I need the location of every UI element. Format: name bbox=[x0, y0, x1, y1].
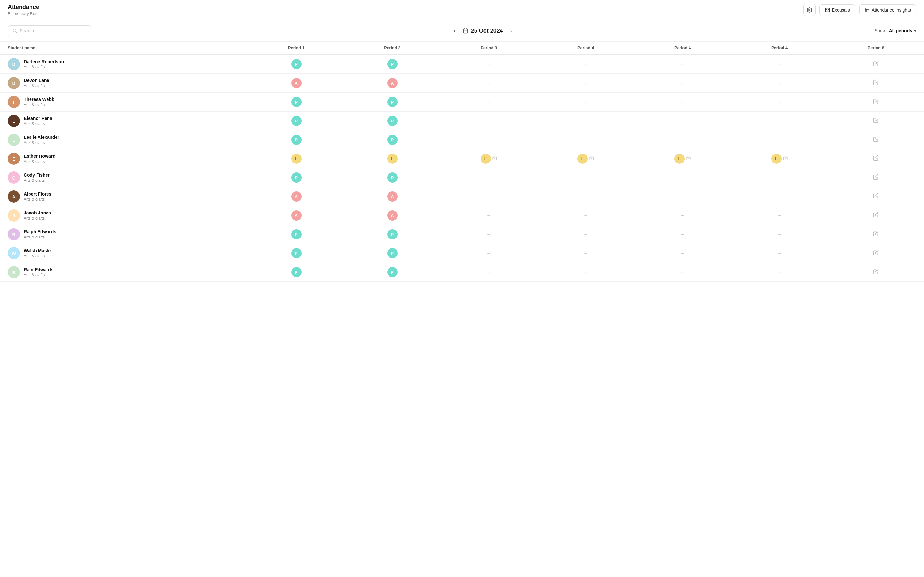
mail-icon bbox=[589, 156, 594, 161]
empty-period: – bbox=[584, 213, 587, 218]
empty-period: – bbox=[681, 250, 684, 256]
table-row: AAlbert FloresArts & craftsAA–––– bbox=[0, 187, 924, 206]
period-cell-5: – bbox=[634, 263, 731, 282]
svg-point-0 bbox=[809, 9, 811, 11]
period-cell-4: – bbox=[537, 74, 634, 93]
row-action-button[interactable] bbox=[872, 135, 880, 145]
empty-period: – bbox=[681, 231, 684, 237]
student-class: Arts & crafts bbox=[24, 216, 51, 221]
empty-period: – bbox=[487, 175, 490, 180]
svg-rect-6 bbox=[463, 29, 468, 33]
row-action-button[interactable] bbox=[872, 154, 880, 163]
student-name: Walsh Maste bbox=[24, 248, 51, 253]
row-action-button[interactable] bbox=[872, 229, 880, 239]
period-cell-3: – bbox=[441, 263, 537, 282]
period-cell-2: P bbox=[344, 263, 440, 282]
row-action-button[interactable] bbox=[872, 211, 880, 220]
action-cell[interactable] bbox=[828, 93, 924, 111]
row-action-button[interactable] bbox=[872, 268, 880, 277]
empty-period: – bbox=[487, 213, 490, 218]
student-cell: JJacob JonesArts & crafts bbox=[0, 206, 248, 225]
period-cell-6: – bbox=[731, 168, 828, 187]
avatar: D bbox=[8, 77, 20, 89]
action-cell[interactable] bbox=[828, 111, 924, 131]
action-cell[interactable] bbox=[828, 149, 924, 168]
period-cell-2: P bbox=[344, 168, 440, 187]
attendance-insights-button[interactable]: Attendance insights bbox=[859, 5, 916, 15]
action-cell[interactable] bbox=[828, 187, 924, 206]
excusals-button[interactable]: Excusals bbox=[819, 5, 855, 15]
avatar: J bbox=[8, 210, 20, 221]
search-input[interactable] bbox=[19, 28, 86, 33]
period-cell-2: P bbox=[344, 225, 440, 244]
student-class: Arts & crafts bbox=[24, 197, 51, 201]
empty-period: – bbox=[778, 137, 781, 142]
empty-period: – bbox=[584, 193, 587, 199]
row-action-button[interactable] bbox=[872, 97, 880, 107]
empty-period: – bbox=[778, 118, 781, 123]
col-student-name: Student name bbox=[0, 42, 248, 55]
row-action-button[interactable] bbox=[872, 59, 880, 69]
action-cell[interactable] bbox=[828, 55, 924, 74]
period-cell-4: – bbox=[537, 206, 634, 225]
student-cell: WWalsh MasteArts & crafts bbox=[0, 244, 248, 263]
period-cell-1: P bbox=[248, 131, 344, 149]
row-action-button[interactable] bbox=[872, 248, 880, 258]
period-cell-3: – bbox=[441, 74, 537, 93]
empty-period: – bbox=[778, 250, 781, 256]
empty-period: – bbox=[487, 250, 490, 256]
student-info: DDarlene RobertsonArts & crafts bbox=[8, 58, 243, 70]
student-class: Arts & crafts bbox=[24, 159, 55, 164]
period-cell-5: – bbox=[634, 111, 731, 131]
empty-period: – bbox=[584, 80, 587, 85]
action-cell[interactable] bbox=[828, 206, 924, 225]
current-date: 25 Oct 2024 bbox=[471, 27, 503, 34]
action-cell[interactable] bbox=[828, 74, 924, 93]
settings-button[interactable] bbox=[803, 4, 816, 16]
student-cell: EEsther HowardArts & crafts bbox=[0, 149, 248, 168]
empty-period: – bbox=[487, 231, 490, 237]
period-cell-2: A bbox=[344, 74, 440, 93]
mail-icon bbox=[686, 156, 691, 161]
student-name: Eleanor Pena bbox=[24, 116, 52, 121]
status-badge-a: A bbox=[387, 191, 397, 201]
action-cell[interactable] bbox=[828, 263, 924, 282]
period-cell-4: – bbox=[537, 168, 634, 187]
status-badge-a: A bbox=[291, 210, 302, 221]
empty-period: – bbox=[584, 175, 587, 180]
empty-period: – bbox=[681, 99, 684, 105]
row-action-button[interactable] bbox=[872, 78, 880, 88]
status-badge-l: L bbox=[387, 153, 397, 164]
action-cell[interactable] bbox=[828, 131, 924, 149]
status-badge-a: A bbox=[291, 78, 302, 88]
empty-period: – bbox=[681, 118, 684, 123]
period-filter[interactable]: Show: All periods ▾ bbox=[875, 28, 916, 33]
search-icon bbox=[13, 28, 17, 33]
empty-period: – bbox=[584, 118, 587, 123]
empty-period: – bbox=[487, 61, 490, 67]
period-cell-4: – bbox=[537, 131, 634, 149]
action-cell[interactable] bbox=[828, 225, 924, 244]
col-period-4c: Period 4 bbox=[731, 42, 828, 55]
period-cell-5: – bbox=[634, 225, 731, 244]
attendance-table: Student name Period 1 Period 2 Period 3 … bbox=[0, 42, 924, 282]
empty-period: – bbox=[778, 213, 781, 218]
student-info: RRain EdwardsArts & crafts bbox=[8, 266, 243, 278]
row-action-button[interactable] bbox=[872, 116, 880, 126]
avatar: C bbox=[8, 171, 20, 184]
row-action-button[interactable] bbox=[872, 192, 880, 201]
student-info: EEleanor PenaArts & crafts bbox=[8, 115, 243, 127]
prev-date-button[interactable]: ‹ bbox=[451, 26, 458, 35]
period-cell-2: L bbox=[344, 149, 440, 168]
table-row: WWalsh MasteArts & craftsPP–––– bbox=[0, 244, 924, 263]
table-row: CCody FisherArts & craftsPP–––– bbox=[0, 168, 924, 187]
student-class: Arts & crafts bbox=[24, 178, 50, 183]
action-cell[interactable] bbox=[828, 244, 924, 263]
empty-period: – bbox=[487, 99, 490, 105]
row-action-button[interactable] bbox=[872, 173, 880, 182]
next-date-button[interactable]: › bbox=[507, 26, 515, 35]
search-container[interactable] bbox=[8, 25, 91, 36]
student-info: LLeslie AlexanderArts & crafts bbox=[8, 134, 243, 146]
action-cell[interactable] bbox=[828, 168, 924, 187]
avatar: D bbox=[8, 58, 20, 70]
